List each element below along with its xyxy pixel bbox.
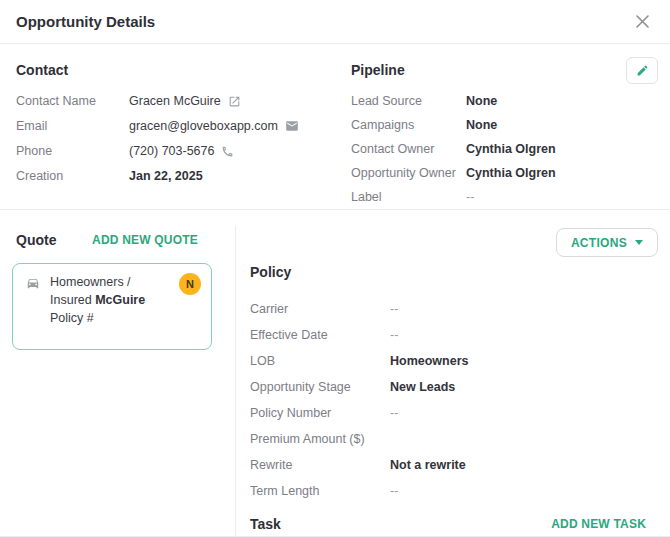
field-label: Creation [16,169,129,183]
panel-header: Opportunity Details [0,0,670,44]
field-label: Effective Date [250,328,390,342]
external-link-icon[interactable] [228,95,241,108]
effective-date-row: Effective Date -- [250,327,670,343]
field-label: Premium Amount ($) [250,432,390,446]
premium-amount-row: Premium Amount ($) [250,431,670,447]
contact-owner-value: Cynthia Olgren [466,142,556,156]
contact-phone-row: Phone (720) 703-5676 [16,143,351,159]
field-label: Carrier [250,302,390,316]
campaigns-value: None [466,118,497,132]
opportunity-stage-value: New Leads [390,380,455,394]
lob-row: LOB Homeowners [250,353,670,369]
label-value: -- [466,190,474,204]
field-label: Rewrite [250,458,390,472]
field-label: Policy Number [250,406,390,420]
quote-policy-number: Policy # [50,311,94,325]
bottom-section: Quote ADD NEW QUOTE Homeowners / Insured… [0,210,670,536]
lead-source-row: Lead Source None [351,93,658,109]
term-length-value: -- [390,484,398,498]
quote-lob: Homeowners / [50,275,131,289]
policy-number-row: Policy Number -- [250,405,670,421]
field-label: Phone [16,144,129,158]
actions-button-label: ACTIONS [571,236,627,250]
contact-creation-row: Creation Jan 22, 2025 [16,168,351,184]
campaigns-row: Campaigns None [351,117,658,133]
task-heading: Task [250,516,281,532]
opportunity-owner-value: Cynthia Olgren [466,166,556,180]
opportunity-owner-row: Opportunity Owner Cynthia Olgren [351,165,658,181]
carrier-row: Carrier -- [250,301,670,317]
field-label: Campaigns [351,118,466,132]
carrier-value: -- [390,302,398,316]
label-row: Label -- [351,189,658,205]
field-label: LOB [250,354,390,368]
phone-icon[interactable] [221,145,234,158]
new-status-badge: N [179,273,201,295]
lead-source-value: None [466,94,497,108]
field-label: Contact Name [16,94,129,108]
contact-name-row: Contact Name Gracen McGuire [16,93,351,109]
policy-section: ACTIONS Policy Carrier -- Effective Date… [236,210,670,536]
field-label: Contact Owner [351,142,466,156]
task-section-header: Task ADD NEW TASK [250,509,670,532]
top-section: Contact Contact Name Gracen McGuire Emai… [0,44,670,210]
add-new-task-button[interactable]: ADD NEW TASK [551,517,646,531]
quote-section: Quote ADD NEW QUOTE Homeowners / Insured… [0,210,236,536]
policy-heading: Policy [250,264,670,280]
effective-date-value: -- [390,328,398,342]
quote-card[interactable]: Homeowners / Insured McGuire Policy # N [12,263,212,350]
contact-creation-value: Jan 22, 2025 [129,169,203,183]
quote-insured-prefix: Insured [50,293,95,307]
quote-card-text: Homeowners / Insured McGuire Policy # [50,273,179,327]
field-label: Opportunity Stage [250,380,390,394]
chevron-down-icon [635,240,643,245]
quote-insured-name: McGuire [95,293,145,307]
contact-owner-row: Contact Owner Cynthia Olgren [351,141,658,157]
opportunity-stage-row: Opportunity Stage New Leads [250,379,670,395]
lob-value: Homeowners [390,354,469,368]
policy-rows: Carrier -- Effective Date -- LOB Homeown… [250,301,670,509]
pipeline-heading: Pipeline [351,62,658,78]
actions-dropdown-button[interactable]: ACTIONS [556,228,658,257]
car-icon [26,276,40,290]
field-label: Label [351,190,466,204]
field-label: Email [16,119,129,133]
opportunity-details-panel: Opportunity Details Contact Contact Name… [0,0,670,537]
rewrite-row: Rewrite Not a rewrite [250,457,670,473]
page-title: Opportunity Details [16,13,155,30]
contact-section: Contact Contact Name Gracen McGuire Emai… [16,54,351,209]
field-label: Term Length [250,484,390,498]
contact-phone-value: (720) 703-5676 [129,144,214,158]
mail-icon[interactable] [285,119,299,133]
contact-heading: Contact [16,62,351,78]
quote-heading: Quote [16,232,56,248]
pencil-icon [636,64,649,77]
term-length-row: Term Length -- [250,483,670,499]
add-new-quote-button[interactable]: ADD NEW QUOTE [92,233,198,247]
edit-pipeline-button[interactable] [626,57,658,84]
contact-email-value: gracen@gloveboxapp.com [129,119,278,133]
contact-email-row: Email gracen@gloveboxapp.com [16,118,351,134]
field-label: Lead Source [351,94,466,108]
pipeline-section: Pipeline Lead Source None Campaigns None… [351,54,658,209]
rewrite-value: Not a rewrite [390,458,466,472]
close-icon[interactable] [630,10,654,34]
policy-number-value: -- [390,406,398,420]
contact-name-value: Gracen McGuire [129,94,221,108]
field-label: Opportunity Owner [351,166,466,180]
